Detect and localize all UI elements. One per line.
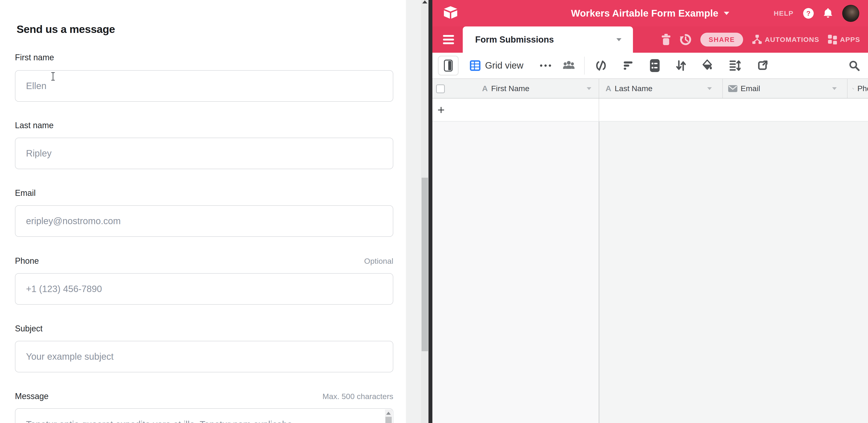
color-button[interactable] xyxy=(703,59,713,72)
table-caret-icon[interactable] xyxy=(616,38,621,41)
page-gutter xyxy=(406,0,421,423)
text-field-type-icon: A xyxy=(482,84,488,93)
share-button[interactable]: SHARE xyxy=(700,33,743,47)
column-caret-icon[interactable] xyxy=(832,87,837,90)
frozen-column-divider xyxy=(599,122,599,423)
first-name-label: First name xyxy=(15,53,54,62)
pane-split-divider[interactable] xyxy=(429,0,432,423)
column-header-first-name[interactable]: A First Name xyxy=(482,79,598,98)
search-button[interactable] xyxy=(849,60,860,71)
email-label-row: Email xyxy=(15,188,393,198)
hamburger-menu-icon[interactable] xyxy=(443,35,454,44)
message-scrollbar-thumb[interactable] xyxy=(385,417,392,423)
column-label: Last Name xyxy=(615,84,652,93)
collaborators-icon xyxy=(563,61,575,71)
active-table-name: Form Submissions xyxy=(475,35,554,44)
last-name-label-row: Last name xyxy=(15,121,393,130)
message-textarea[interactable] xyxy=(15,408,393,423)
page-scrollbar-thumb[interactable] xyxy=(422,178,428,351)
sort-button[interactable] xyxy=(676,60,686,71)
sidebar-toggle-icon xyxy=(444,60,453,71)
share-label: SHARE xyxy=(709,36,735,43)
message-label-row: Message Max. 500 characters xyxy=(15,391,393,401)
phone-input[interactable] xyxy=(15,273,393,305)
tab-form-submissions[interactable]: Form Submissions xyxy=(463,27,633,53)
collaborators-button[interactable] xyxy=(563,61,575,71)
message-max-note: Max. 500 characters xyxy=(322,392,393,401)
column-caret-icon[interactable] xyxy=(587,87,591,90)
phone-label: Phone xyxy=(15,256,39,266)
column-separator[interactable] xyxy=(599,79,599,98)
share-view-button[interactable] xyxy=(757,60,768,71)
view-options-ellipsis-icon[interactable] xyxy=(540,64,551,67)
share-view-icon xyxy=(757,60,768,71)
group-icon xyxy=(650,59,660,72)
group-button[interactable] xyxy=(650,59,660,72)
filter-icon xyxy=(623,61,633,70)
column-header-phone[interactable]: Phone xyxy=(852,79,868,98)
text-cursor-ibeam xyxy=(50,72,55,81)
message-label: Message xyxy=(15,391,49,401)
trash-icon[interactable] xyxy=(661,34,671,46)
row-height-icon xyxy=(730,60,741,71)
column-header-email[interactable]: Email xyxy=(728,79,843,98)
column-label: Phone xyxy=(858,84,868,93)
subject-label: Subject xyxy=(15,324,42,333)
phone-optional-note: Optional xyxy=(364,256,393,266)
grid-body xyxy=(432,122,868,423)
filter-button[interactable] xyxy=(623,61,633,70)
grid-body-frozen-column-area xyxy=(432,122,599,423)
contact-form-pane: Send us a message First name Last name E… xyxy=(0,0,406,423)
email-label: Email xyxy=(15,188,36,198)
row-height-button[interactable] xyxy=(730,60,741,71)
subject-label-row: Subject xyxy=(15,324,393,333)
help-button[interactable]: HELP xyxy=(774,9,794,17)
column-header-last-name[interactable]: A Last Name xyxy=(606,79,718,98)
column-separator[interactable] xyxy=(722,79,723,98)
grid-header-row: A First Name A Last Name Email xyxy=(432,79,868,98)
view-toolbar: Grid view xyxy=(432,53,868,79)
column-caret-icon[interactable] xyxy=(707,87,712,90)
view-name[interactable]: Grid view xyxy=(485,60,524,71)
airtable-header: Workers Airtable Form Example HELP ? xyxy=(432,0,868,27)
base-title[interactable]: Workers Airtable Form Example xyxy=(571,8,718,19)
subject-input[interactable] xyxy=(15,341,393,372)
hide-fields-icon xyxy=(595,60,607,71)
toolbar-divider xyxy=(584,57,585,74)
phone-field-type-icon xyxy=(852,84,854,93)
header-right-cluster: HELP ? xyxy=(774,0,859,27)
column-label: Email xyxy=(741,84,760,93)
email-input[interactable] xyxy=(15,205,393,237)
color-icon xyxy=(703,59,713,72)
user-avatar[interactable] xyxy=(842,5,859,22)
automations-icon xyxy=(752,35,763,44)
add-row-strip: + xyxy=(432,98,868,122)
notifications-bell-icon[interactable] xyxy=(824,8,833,19)
scroll-up-arrow-icon[interactable] xyxy=(386,412,391,415)
select-all-checkbox[interactable] xyxy=(436,85,445,93)
apps-icon xyxy=(828,35,838,44)
search-icon xyxy=(849,60,860,71)
email-field-type-icon xyxy=(728,85,737,92)
table-tab-bar: Form Submissions SHARE xyxy=(432,27,868,53)
last-name-input[interactable] xyxy=(15,138,393,169)
history-icon[interactable] xyxy=(680,34,691,46)
hide-fields-button[interactable] xyxy=(595,60,607,71)
apps-button[interactable]: APPS xyxy=(828,35,860,44)
phone-label-row: Phone Optional xyxy=(15,256,393,266)
grid-view-icon xyxy=(470,60,480,71)
base-title-caret-icon[interactable] xyxy=(724,12,729,15)
first-name-input[interactable] xyxy=(15,70,393,102)
column-separator[interactable] xyxy=(847,79,847,98)
view-sidebar-toggle-button[interactable] xyxy=(438,56,459,75)
tabbar-right-cluster: SHARE AUTOMATIONS xyxy=(661,27,860,53)
sort-icon xyxy=(676,60,686,71)
first-name-label-row: First name xyxy=(15,53,393,62)
page-scroll-up-arrow-icon[interactable] xyxy=(422,0,427,3)
add-row-button[interactable]: + xyxy=(437,98,445,121)
column-label: First Name xyxy=(491,84,529,93)
automations-button[interactable]: AUTOMATIONS xyxy=(752,35,819,44)
message-scrollbar[interactable] xyxy=(385,410,392,423)
help-question-icon[interactable]: ? xyxy=(803,8,814,19)
airtable-pane: Workers Airtable Form Example HELP ? For… xyxy=(432,0,868,423)
